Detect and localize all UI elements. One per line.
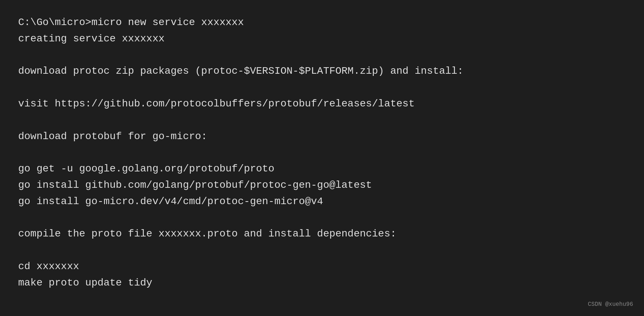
terminal-window: C:\Go\micro>micro new service xxxxxxx cr… <box>0 0 644 316</box>
terminal-content: C:\Go\micro>micro new service xxxxxxx cr… <box>18 15 626 291</box>
watermark: CSDN @xuehu96 <box>588 300 633 309</box>
